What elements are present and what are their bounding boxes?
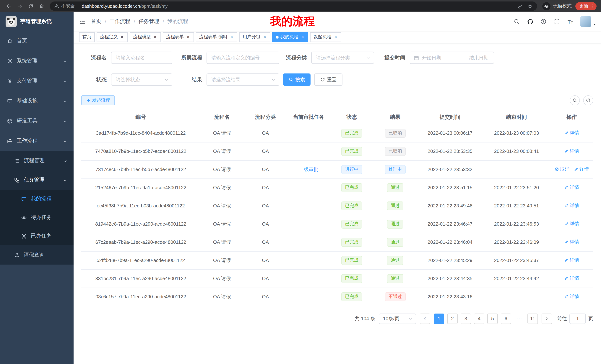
tab-close-icon[interactable]: × <box>300 35 305 39</box>
cancel-action-link[interactable]: 取消 <box>555 166 570 172</box>
app-logo[interactable]: 芋道管理系统 <box>0 12 74 31</box>
edit-action-link[interactable]: 详情 <box>564 275 579 282</box>
edit-action-link[interactable]: 详情 <box>564 203 579 209</box>
status-tag: 已完成 <box>341 220 362 228</box>
breadcrumb-item-1[interactable]: 工作流程 <box>110 18 130 25</box>
browser-home-button[interactable] <box>39 3 45 9</box>
sidebar-item-4[interactable]: 研发工具 <box>0 111 74 131</box>
tab-close-icon[interactable]: × <box>333 35 338 39</box>
pagination-page-3[interactable]: 3 <box>461 313 471 324</box>
tab-5[interactable]: 用户分组× <box>239 32 270 42</box>
current-task-link[interactable]: 一级审批 <box>299 166 318 172</box>
tab-0[interactable]: 首页 <box>79 32 95 42</box>
browser-forward-button[interactable] <box>17 3 23 9</box>
owner-process-input[interactable] <box>207 52 279 64</box>
user-avatar-menu[interactable] <box>580 16 597 27</box>
status-tag: 已完成 <box>341 238 362 247</box>
sidebar-item-label: 请假查询 <box>24 252 45 258</box>
edit-icon <box>564 276 569 281</box>
font-size-button[interactable]: TT <box>565 16 576 27</box>
pagination-ellipsis[interactable]: ··· <box>514 313 524 324</box>
sidebar-item-10[interactable]: 已办任务 <box>0 227 74 245</box>
tab-close-icon[interactable]: × <box>229 35 234 39</box>
sidebar-item-3[interactable]: 基础设施 <box>0 91 74 111</box>
edit-action-link[interactable]: 详情 <box>564 130 579 136</box>
security-indicator[interactable]: 不安全 <box>54 3 75 9</box>
create-process-button[interactable]: 发起流程 <box>81 95 115 105</box>
cell-current-task[interactable]: 一级审批 <box>287 160 330 179</box>
column-header: 结束时间 <box>483 111 550 124</box>
sidebar-item-9[interactable]: 待办任务 <box>0 208 74 227</box>
tab-2[interactable]: 流程模型× <box>130 32 161 42</box>
pagination-next-button[interactable] <box>541 313 552 324</box>
toggle-search-button[interactable] <box>570 95 580 105</box>
column-header: 当前审批任务 <box>287 111 330 124</box>
category-select[interactable]: 请选择流程分类 <box>311 52 374 64</box>
edit-action-link[interactable]: 详情 <box>564 239 579 245</box>
pagination-prev-button[interactable] <box>420 313 430 324</box>
edit-action-link[interactable]: 详情 <box>564 148 579 154</box>
sidebar-item-5[interactable]: 工作流程 <box>0 131 74 151</box>
submit-time-range-picker[interactable]: 开始日期 - 结束日期 <box>410 52 494 64</box>
browser-reload-button[interactable] <box>28 3 33 9</box>
bookmark-star-icon[interactable] <box>527 3 533 9</box>
reset-button[interactable]: 重置 <box>314 74 342 86</box>
edit-action-link[interactable]: 详情 <box>564 294 579 300</box>
my-process-icon <box>21 196 27 202</box>
address-bar[interactable]: 不安全 dashboard.yudao.iocoder.cn/bpm/task/… <box>50 1 537 11</box>
pagination-page-11[interactable]: 11 <box>527 313 538 324</box>
result-select[interactable]: 请选择流结果 <box>207 74 279 86</box>
tab-4[interactable]: 流程表单-编辑× <box>196 32 237 42</box>
star-icon <box>527 3 533 9</box>
pagination-page-5[interactable]: 5 <box>487 313 498 324</box>
github-icon[interactable] <box>524 16 536 27</box>
tab-6[interactable]: 我的流程× <box>272 32 308 42</box>
status-select[interactable]: 请选择状态 <box>111 74 172 86</box>
tab-close-icon[interactable]: × <box>186 35 190 39</box>
tab-close-icon[interactable]: × <box>153 35 158 39</box>
help-icon[interactable] <box>538 16 549 27</box>
edit-action-link[interactable]: 详情 <box>574 166 589 172</box>
tab-7[interactable]: 发起流程× <box>310 32 341 42</box>
refresh-table-button[interactable] <box>583 95 593 105</box>
sidebar-item-0[interactable]: 首页 <box>0 31 74 51</box>
tab-1[interactable]: 流程定义× <box>97 32 128 42</box>
table-row: 2152467e-7b9b-11ec-9a1b-acde48001122OA 请… <box>81 179 593 197</box>
cell-process-name: OA 请假 <box>200 215 244 233</box>
cell-submit-time: 2022-01-22 23:53:35 <box>417 142 483 160</box>
sidebar-item-6[interactable]: 流程管理 <box>0 151 74 170</box>
breadcrumb-item-0[interactable]: 首页 <box>91 18 101 25</box>
pagination-page-6[interactable]: 6 <box>501 313 511 324</box>
sidebar-item-2[interactable]: 支付管理 <box>0 71 74 91</box>
edit-action-link[interactable]: 详情 <box>564 221 579 227</box>
edit-action-link[interactable]: 详情 <box>564 184 579 191</box>
browser-back-button[interactable] <box>6 3 11 9</box>
fullscreen-button[interactable] <box>551 16 562 27</box>
sidebar-item-1[interactable]: 系统管理 <box>0 51 74 71</box>
tab-close-icon[interactable]: × <box>262 35 267 39</box>
cell-result: 通过 <box>373 197 417 215</box>
header-search-button[interactable] <box>511 16 522 27</box>
edit-action-link[interactable]: 详情 <box>564 257 579 263</box>
sidebar-item-11[interactable]: 请假查询 <box>0 245 74 265</box>
process-name-input[interactable] <box>111 52 172 64</box>
sidebar-toggle-button[interactable] <box>74 18 91 25</box>
page-size-select[interactable]: 10条/页 <box>379 313 416 324</box>
password-key-icon[interactable] <box>518 3 523 9</box>
pagination-page-2[interactable]: 2 <box>447 313 458 324</box>
search-button[interactable]: 搜索 <box>283 74 311 86</box>
pagination-page-4[interactable]: 4 <box>474 313 484 324</box>
category-placeholder: 请选择流程分类 <box>316 54 350 61</box>
cell-current-task <box>287 179 330 197</box>
pagination-goto-input[interactable] <box>570 313 586 324</box>
cell-process-name: OA 请假 <box>200 269 244 287</box>
tab-3[interactable]: 流程表单× <box>163 32 194 42</box>
status-tag: 通过 <box>387 238 403 247</box>
tab-close-icon[interactable]: × <box>120 35 124 39</box>
edit-icon <box>574 167 578 172</box>
pagination-page-1[interactable]: 1 <box>434 313 444 324</box>
sidebar-item-7[interactable]: 任务管理 <box>0 170 74 190</box>
browser-update-button[interactable]: 更新 <box>575 2 597 10</box>
sidebar-item-8[interactable]: 我的流程 <box>0 190 74 208</box>
breadcrumb-item-2[interactable]: 任务管理 <box>139 18 159 25</box>
